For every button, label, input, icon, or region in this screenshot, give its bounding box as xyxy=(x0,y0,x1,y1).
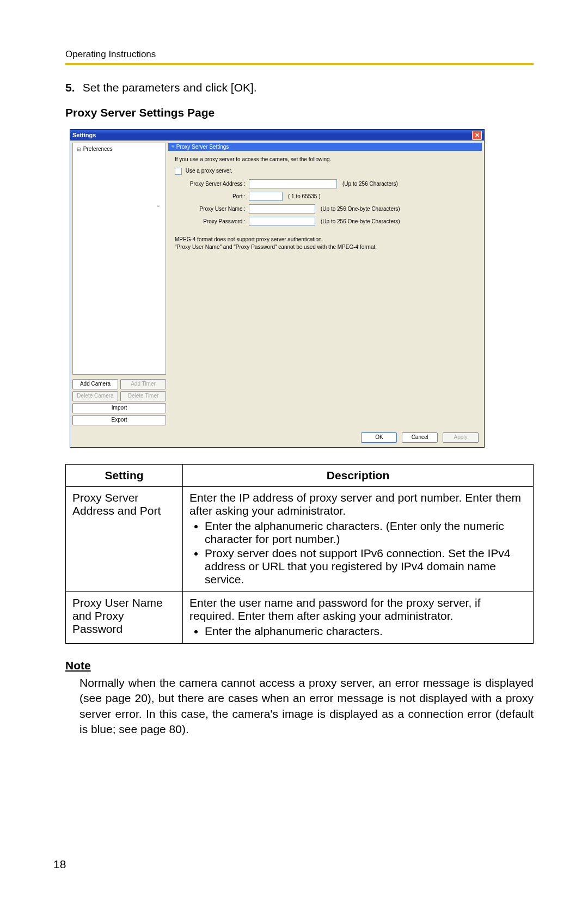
panel-content: If you use a proxy server to access the … xyxy=(168,151,482,427)
mpeg4-note-1: MPEG-4 format does not support proxy ser… xyxy=(175,236,475,243)
panel-title: Proxy Server Settings xyxy=(168,143,482,151)
proxy-address-label: Proxy Server Address : xyxy=(175,181,249,187)
proxy-password-label: Proxy Password : xyxy=(175,218,249,224)
close-icon[interactable]: ✕ xyxy=(472,131,482,140)
page-number: 18 xyxy=(53,858,66,871)
tree-panel: Preferences Proxy Server Settings Multi-… xyxy=(72,143,166,375)
left-buttons: Add Camera Add Timer Delete Camera Delet… xyxy=(72,379,166,427)
mpeg4-note-2: "Proxy User Name" and "Proxy Password" c… xyxy=(175,243,475,251)
table-row-1-setting: Proxy Server Address and Port xyxy=(66,487,183,592)
step-number: 5. xyxy=(65,81,79,94)
proxy-password-hint: (Up to 256 One-byte Characters) xyxy=(321,218,400,224)
page-icon xyxy=(91,153,166,375)
import-button[interactable]: Import xyxy=(72,403,166,413)
port-hint: ( 1 to 65535 ) xyxy=(288,193,320,199)
use-proxy-row: Use a proxy server. xyxy=(175,168,475,175)
apply-button[interactable]: Apply xyxy=(443,432,479,443)
cancel-button[interactable]: Cancel xyxy=(402,432,438,443)
divider xyxy=(65,63,534,65)
use-proxy-label: Use a proxy server. xyxy=(186,168,232,174)
delete-timer-button[interactable]: Delete Timer xyxy=(120,391,166,401)
settings-window: Settings ✕ Preferences Proxy Server Sett… xyxy=(70,129,485,448)
add-timer-button[interactable]: Add Timer xyxy=(120,379,166,389)
section-title: Proxy Server Settings Page xyxy=(65,106,534,119)
table-header-setting: Setting xyxy=(66,465,183,487)
delete-camera-button[interactable]: Delete Camera xyxy=(72,391,118,401)
intro-text: If you use a proxy server to access the … xyxy=(175,156,475,162)
tree-item-proxy-server-settings[interactable]: Proxy Server Settings xyxy=(76,153,164,375)
proxy-password-input[interactable] xyxy=(249,217,315,226)
step-line: 5. Set the parameters and click [OK]. xyxy=(65,81,534,94)
table-row-2-setting: Proxy User Name and Proxy Password xyxy=(66,592,183,644)
dialog-buttons: OK Cancel Apply xyxy=(70,429,484,447)
window-title: Settings xyxy=(72,132,96,138)
settings-description-table: Setting Description Proxy Server Address… xyxy=(65,464,534,644)
proxy-user-input[interactable] xyxy=(249,204,315,213)
proxy-user-hint: (Up to 256 One-byte Characters) xyxy=(321,206,400,212)
tree-root-preferences[interactable]: Preferences xyxy=(76,145,164,153)
note-heading: Note xyxy=(65,659,534,672)
window-titlebar: Settings ✕ xyxy=(70,130,484,141)
use-proxy-checkbox[interactable] xyxy=(175,168,182,175)
proxy-address-input[interactable] xyxy=(249,179,337,188)
port-input[interactable] xyxy=(249,192,283,201)
port-label: Port : xyxy=(175,193,249,199)
note-body: Normally when the camera cannot access a… xyxy=(65,675,534,737)
proxy-user-label: Proxy User Name : xyxy=(175,206,249,212)
proxy-address-hint: (Up to 256 Characters) xyxy=(342,181,398,187)
export-button[interactable]: Export xyxy=(72,415,166,425)
folder-icon xyxy=(76,145,82,153)
add-camera-button[interactable]: Add Camera xyxy=(72,379,118,389)
table-header-description: Description xyxy=(183,465,534,487)
doc-header: Operating Instructions xyxy=(65,49,534,60)
table-row-2-description: Enter the user name and password for the… xyxy=(183,592,534,644)
step-text: Set the parameters and click [OK]. xyxy=(83,81,257,94)
ok-button[interactable]: OK xyxy=(361,432,397,443)
table-row-1-description: Enter the IP address of proxy server and… xyxy=(183,487,534,592)
